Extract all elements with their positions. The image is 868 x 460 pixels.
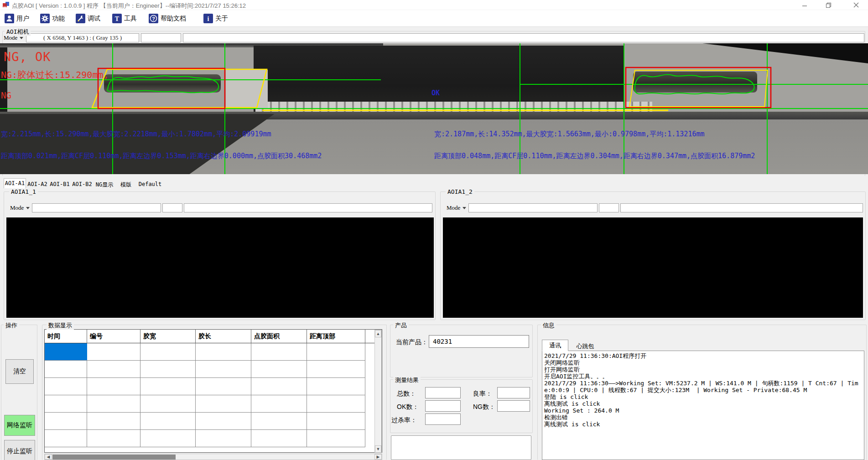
network-listen-button[interactable]: 网络监听 bbox=[4, 415, 35, 436]
close-button[interactable] bbox=[844, 0, 868, 10]
scroll-right-arrow[interactable]: ▶ bbox=[374, 454, 382, 460]
table-cell[interactable] bbox=[196, 413, 251, 430]
column-header-glue-area[interactable]: 点胶面积 bbox=[251, 330, 307, 343]
table-cell[interactable] bbox=[196, 343, 251, 361]
tab-aoi-a2[interactable]: AOI-A2 bbox=[26, 180, 48, 188]
table-cell[interactable] bbox=[196, 395, 251, 413]
clear-button[interactable]: 清空 bbox=[5, 359, 34, 384]
toolbar-button-function[interactable]: 功能 bbox=[40, 14, 65, 23]
column-header-time[interactable]: 时间 bbox=[45, 330, 87, 343]
maximize-icon bbox=[826, 2, 832, 8]
table-vertical-scrollbar[interactable]: ▲ ▼ bbox=[374, 330, 382, 453]
table-cell[interactable] bbox=[45, 413, 87, 430]
toolbar-button-about[interactable]: i 关于 bbox=[203, 14, 228, 23]
table-cell[interactable] bbox=[251, 413, 307, 430]
camera-image-view[interactable]: NG, OK NG:胶体过长:15.290mm, NG OK 宽:2.215mm… bbox=[0, 43, 868, 174]
tab-label: 通讯 bbox=[549, 342, 561, 349]
ng-label-text: NG bbox=[1, 90, 11, 100]
table-cell[interactable] bbox=[45, 430, 87, 447]
log-line: 检测出错 bbox=[544, 414, 862, 421]
toolbar-button-tools[interactable]: T 工具 bbox=[112, 14, 137, 23]
product-note-box bbox=[391, 435, 531, 460]
stop-listen-button[interactable]: 停止监听 bbox=[4, 440, 35, 460]
table-cell[interactable] bbox=[307, 395, 365, 413]
panel2-image-view bbox=[443, 217, 863, 318]
table-cell[interactable] bbox=[140, 378, 196, 395]
table-cell[interactable] bbox=[251, 343, 307, 361]
table-cell[interactable] bbox=[140, 343, 196, 361]
close-icon bbox=[853, 2, 859, 8]
tab-default[interactable]: Default bbox=[137, 180, 163, 188]
table-cell[interactable] bbox=[251, 395, 307, 413]
table-cell[interactable] bbox=[140, 430, 196, 447]
table-horizontal-scrollbar[interactable]: ◀ ▶ bbox=[44, 454, 382, 460]
tab-aoi-b1[interactable]: AOI-B1 bbox=[49, 180, 71, 188]
tab-label: AOI-A1 bbox=[5, 180, 25, 186]
column-header-glue-length[interactable]: 胶长 bbox=[196, 330, 251, 343]
table-cell[interactable] bbox=[45, 361, 87, 378]
table-cell[interactable] bbox=[87, 395, 140, 413]
panel2-mode-label: Mode bbox=[447, 204, 460, 212]
current-product-value: 40231 bbox=[433, 338, 452, 345]
table-cell[interactable] bbox=[196, 378, 251, 395]
overkill-rate-field[interactable] bbox=[425, 413, 461, 425]
svg-text:?: ? bbox=[152, 16, 155, 21]
column-header-id[interactable]: 编号 bbox=[87, 330, 140, 343]
app-icon bbox=[2, 1, 10, 9]
column-header-glue-width[interactable]: 胶宽 bbox=[140, 330, 196, 343]
table-cell[interactable] bbox=[251, 378, 307, 395]
ok-count-field[interactable] bbox=[425, 400, 461, 412]
total-count-field[interactable] bbox=[425, 387, 461, 398]
scroll-down-arrow[interactable]: ▼ bbox=[375, 445, 381, 453]
scroll-up-arrow[interactable]: ▲ bbox=[375, 330, 381, 337]
minimize-button[interactable] bbox=[794, 0, 815, 10]
table-cell[interactable] bbox=[307, 361, 365, 378]
scroll-left-arrow[interactable]: ◀ bbox=[45, 454, 52, 460]
panel2-mode-dropdown[interactable]: Mode bbox=[445, 203, 468, 212]
current-product-field[interactable]: 40231 bbox=[429, 335, 529, 348]
selected-cell[interactable] bbox=[45, 343, 87, 361]
camera-coords-value: ( X 6568, Y 1463 ) : ( Gray 135 ) bbox=[43, 34, 122, 41]
table-cell[interactable] bbox=[196, 430, 251, 447]
info-group-label: 信息 bbox=[541, 321, 556, 330]
table-cell[interactable] bbox=[307, 430, 365, 447]
table-cell[interactable] bbox=[307, 378, 365, 395]
table-cell[interactable] bbox=[140, 395, 196, 413]
comm-log[interactable]: 2021/7/29 11:36:30:AOI程序打开 关闭网络监听 打开网络监听… bbox=[542, 351, 864, 460]
table-cell[interactable] bbox=[87, 413, 140, 430]
table-cell[interactable] bbox=[196, 361, 251, 378]
table-cell[interactable] bbox=[307, 343, 365, 361]
table-cell[interactable] bbox=[45, 378, 87, 395]
table-cell[interactable] bbox=[140, 413, 196, 430]
log-line: 开启AOI监控工具。。。 bbox=[544, 373, 862, 380]
tab-template[interactable]: 模版 bbox=[116, 180, 136, 188]
table-cell[interactable] bbox=[140, 361, 196, 378]
column-header-top-distance[interactable]: 距离顶部 bbox=[307, 330, 365, 343]
scrollbar-thumb[interactable] bbox=[52, 455, 176, 460]
panel2-field-2 bbox=[599, 203, 619, 212]
table-cell[interactable] bbox=[87, 378, 140, 395]
toolbar-button-help[interactable]: ? 帮助文档 bbox=[149, 14, 186, 23]
tab-aoi-a1[interactable]: AOI-A1 bbox=[4, 178, 26, 188]
tab-ng-display[interactable]: NG显示 bbox=[94, 180, 115, 188]
ng-count-field[interactable] bbox=[497, 400, 530, 412]
help-icon: ? bbox=[149, 14, 158, 23]
table-cell[interactable] bbox=[45, 395, 87, 413]
table-cell[interactable] bbox=[251, 361, 307, 378]
toolbar-button-user[interactable]: 用户 bbox=[5, 14, 29, 23]
info-tab-comm[interactable]: 通讯 bbox=[542, 340, 568, 351]
tab-aoi-b2[interactable]: AOI-B2 bbox=[71, 180, 93, 188]
toolbar-label: 工具 bbox=[124, 15, 137, 23]
table-cell[interactable] bbox=[87, 361, 140, 378]
table-cell[interactable] bbox=[87, 343, 140, 361]
panel1-mode-dropdown[interactable]: Mode bbox=[8, 203, 31, 212]
header-filler bbox=[365, 330, 374, 343]
table-cell[interactable] bbox=[307, 413, 365, 430]
button-label: 停止监听 bbox=[7, 447, 32, 455]
table-cell[interactable] bbox=[87, 430, 140, 447]
yield-field[interactable] bbox=[497, 387, 530, 398]
info-tab-heartbeat[interactable]: 心跳包 bbox=[570, 341, 600, 351]
toolbar-button-debug[interactable]: 调试 bbox=[76, 14, 100, 23]
table-cell[interactable] bbox=[251, 430, 307, 447]
maximize-button[interactable] bbox=[818, 0, 839, 10]
